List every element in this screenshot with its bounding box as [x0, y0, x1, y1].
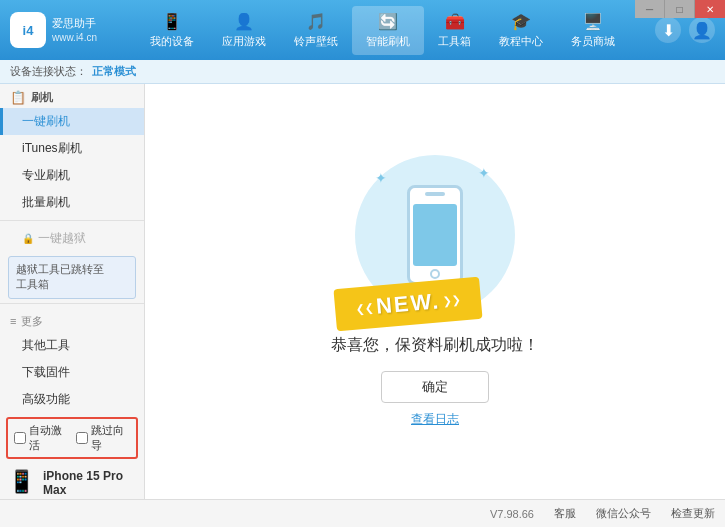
advanced-label: 高级功能	[22, 392, 70, 406]
sidebar-divider-2	[0, 303, 144, 304]
window-minimize-btn[interactable]: ─	[635, 0, 665, 18]
nav-ringtone[interactable]: 🎵 铃声壁纸	[280, 6, 352, 55]
status-prefix: 设备连接状态：	[10, 64, 87, 79]
phone-body	[407, 185, 463, 285]
one-click-flash-label: 一键刷机	[22, 114, 70, 128]
new-label: NEW.	[375, 288, 441, 319]
confirm-button[interactable]: 确定	[381, 371, 489, 403]
more-section-header: ≡ 更多	[0, 308, 144, 332]
account-btn[interactable]: 👤	[689, 17, 715, 43]
auto-activate-label: 自动激活	[29, 423, 68, 453]
notice-text: 越狱工具已跳转至工具箱	[16, 263, 104, 290]
status-mode: 正常模式	[92, 64, 136, 79]
sparkle-left: ✦	[375, 170, 387, 186]
other-tools-label: 其他工具	[22, 338, 70, 352]
toolbox-label: 工具箱	[438, 34, 471, 49]
my-device-label: 我的设备	[150, 34, 194, 49]
service-label: 务员商城	[571, 34, 615, 49]
status-bar: 设备连接状态： 正常模式	[0, 60, 725, 84]
toolbox-icon: 🧰	[445, 12, 465, 31]
sidebar-notice: 越狱工具已跳转至工具箱	[8, 256, 136, 299]
app-footer: V7.98.66 客服 微信公众号 检查更新	[0, 499, 725, 527]
window-close-btn[interactable]: ✕	[695, 0, 725, 18]
sidebar-item-itunes-flash[interactable]: iTunes刷机	[0, 135, 144, 162]
sparkle-right: ✦	[478, 165, 490, 181]
itunes-flash-label: iTunes刷机	[22, 141, 82, 155]
sidebar-item-other-tools[interactable]: 其他工具	[0, 332, 144, 359]
view-log-link[interactable]: 查看日志	[411, 411, 459, 428]
tutorials-icon: 🎓	[511, 12, 531, 31]
flash-section-header: 📋 刷机	[0, 84, 144, 108]
download-firmware-label: 下载固件	[22, 365, 70, 379]
logo-app-name: 爱思助手	[52, 16, 97, 30]
app-header: i4 爱思助手 www.i4.cn 📱 我的设备 👤 应用游戏 🎵 铃声壁纸 🔄…	[0, 0, 725, 60]
apps-games-icon: 👤	[234, 12, 254, 31]
sidebar-item-advanced[interactable]: 高级功能	[0, 386, 144, 413]
nav-tutorials[interactable]: 🎓 教程中心	[485, 6, 557, 55]
auto-options-area: 自动激活 跳过向导	[6, 417, 138, 459]
sidebar: 📋 刷机 一键刷机 iTunes刷机 专业刷机 批量刷机 🔒 一键越狱 越狱工具…	[0, 84, 145, 499]
footer-wechat[interactable]: 微信公众号	[596, 506, 651, 521]
logo-icon: i4	[10, 12, 46, 48]
skip-guide-input[interactable]	[76, 432, 88, 444]
lock-icon: 🔒	[22, 233, 34, 244]
smart-flash-label: 智能刷机	[366, 34, 410, 49]
flash-section: 📋 刷机 一键刷机 iTunes刷机 专业刷机 批量刷机	[0, 84, 144, 216]
skip-guide-checkbox[interactable]: 跳过向导	[76, 423, 130, 453]
smart-flash-icon: 🔄	[378, 12, 398, 31]
success-message: 恭喜您，保资料刷机成功啦！	[331, 335, 539, 356]
device-details: iPhone 15 Pro Max 512GB iPhone	[43, 469, 136, 499]
sidebar-item-batch-flash[interactable]: 批量刷机	[0, 189, 144, 216]
logo-url: www.i4.cn	[52, 31, 97, 44]
my-device-icon: 📱	[162, 12, 182, 31]
new-badge: ❮❮ NEW. ❯❯	[333, 277, 482, 332]
phone-bg-circle: ✦ ✦ ❮❮ NEW. ❯❯	[355, 155, 515, 315]
apps-games-label: 应用游戏	[222, 34, 266, 49]
ringtone-icon: 🎵	[306, 12, 326, 31]
nav-toolbox[interactable]: 🧰 工具箱	[424, 6, 485, 55]
flash-section-label: 刷机	[31, 90, 53, 105]
jailbreak-label: 一键越狱	[38, 230, 86, 247]
sidebar-item-jailbreak: 🔒 一键越狱	[0, 225, 144, 252]
service-icon: 🖥️	[583, 12, 603, 31]
device-info: 📱 iPhone 15 Pro Max 512GB iPhone	[0, 463, 144, 499]
sidebar-divider-1	[0, 220, 144, 221]
phone-body-illustration	[407, 185, 463, 285]
nav-apps-games[interactable]: 👤 应用游戏	[208, 6, 280, 55]
more-section-icon: ≡	[10, 315, 16, 327]
sidebar-item-pro-flash[interactable]: 专业刷机	[0, 162, 144, 189]
flash-section-icon: 📋	[10, 90, 26, 105]
phone-screen	[413, 204, 457, 266]
ringtone-label: 铃声壁纸	[294, 34, 338, 49]
tutorials-label: 教程中心	[499, 34, 543, 49]
nav-smart-flash[interactable]: 🔄 智能刷机	[352, 6, 424, 55]
sidebar-item-one-click-flash[interactable]: 一键刷机	[0, 108, 144, 135]
nav-my-device[interactable]: 📱 我的设备	[136, 6, 208, 55]
auto-activate-checkbox[interactable]: 自动激活	[14, 423, 68, 453]
version-label: V7.98.66	[490, 508, 534, 520]
device-phone-icon: 📱	[8, 469, 35, 495]
header-actions: ⬇ 👤	[655, 17, 715, 43]
device-name: iPhone 15 Pro Max	[43, 469, 136, 497]
skip-guide-label: 跳过向导	[91, 423, 130, 453]
device-storage: 512GB	[43, 497, 136, 499]
footer-customer-service[interactable]: 客服	[554, 506, 576, 521]
nav-bar: 📱 我的设备 👤 应用游戏 🎵 铃声壁纸 🔄 智能刷机 🧰 工具箱 🎓 教程中心…	[120, 6, 645, 55]
window-maximize-btn[interactable]: □	[665, 0, 695, 18]
auto-activate-input[interactable]	[14, 432, 26, 444]
batch-flash-label: 批量刷机	[22, 195, 70, 209]
phone-home-button	[430, 269, 440, 279]
main-layout: 📋 刷机 一键刷机 iTunes刷机 专业刷机 批量刷机 🔒 一键越狱 越狱工具…	[0, 84, 725, 499]
footer-check-update[interactable]: 检查更新	[671, 506, 715, 521]
app-logo: i4 爱思助手 www.i4.cn	[10, 12, 120, 48]
phone-illustration-container: ✦ ✦ ❮❮ NEW. ❯❯	[355, 155, 515, 315]
sidebar-item-download-firmware[interactable]: 下载固件	[0, 359, 144, 386]
main-content: ✦ ✦ ❮❮ NEW. ❯❯	[145, 84, 725, 499]
logo-text: 爱思助手 www.i4.cn	[52, 16, 97, 43]
download-btn[interactable]: ⬇	[655, 17, 681, 43]
more-section-label: 更多	[21, 314, 43, 329]
nav-service[interactable]: 🖥️ 务员商城	[557, 6, 629, 55]
pro-flash-label: 专业刷机	[22, 168, 70, 182]
